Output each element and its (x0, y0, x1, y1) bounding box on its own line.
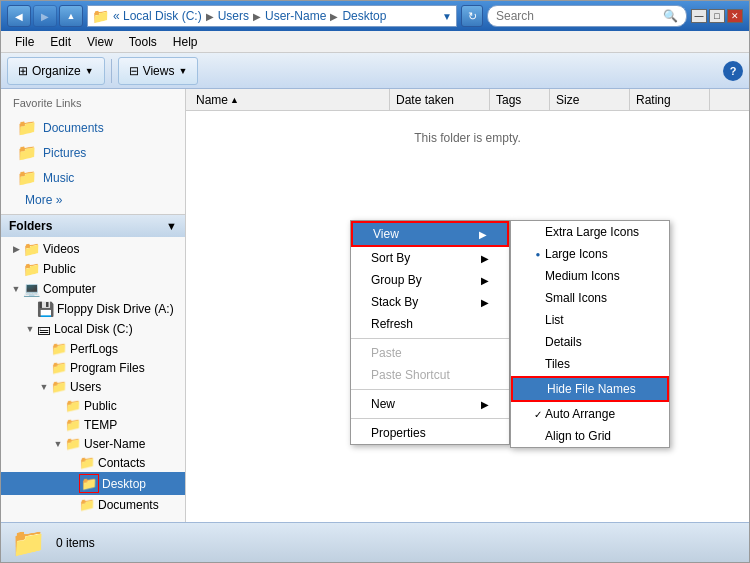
address-part-1[interactable]: « Local Disk (C:) (113, 9, 202, 23)
sub-list[interactable]: List (511, 309, 669, 331)
ctx-submenu-arrow: ▶ (481, 297, 489, 308)
tree-item-public[interactable]: 📁 Public (1, 259, 185, 279)
sub-hide-file-names[interactable]: Hide File Names (511, 376, 669, 402)
col-header-rating[interactable]: Rating (630, 89, 710, 110)
address-bar[interactable]: 📁 « Local Disk (C:) ▶ Users ▶ User-Name … (87, 5, 457, 27)
sub-details[interactable]: Details (511, 331, 669, 353)
menu-help[interactable]: Help (165, 33, 206, 51)
tree-item-floppy[interactable]: 💾 Floppy Disk Drive (A:) (1, 299, 185, 319)
view-submenu: Extra Large Icons ● Large Icons Medium I… (510, 220, 670, 448)
music-folder-icon: 📁 (17, 168, 37, 187)
ctx-new[interactable]: New ▶ (351, 393, 509, 415)
tree-item-temp[interactable]: 📁 TEMP (1, 415, 185, 434)
ctx-sortby[interactable]: Sort By ▶ (351, 247, 509, 269)
sub-auto-arrange[interactable]: ✓ Auto Arrange (511, 403, 669, 425)
expand-icon[interactable]: ▼ (51, 439, 65, 449)
ctx-new-label: New (371, 397, 395, 411)
menu-tools[interactable]: Tools (121, 33, 165, 51)
expand-icon[interactable]: ▼ (37, 382, 51, 392)
folders-collapse-icon[interactable]: ▼ (166, 220, 177, 232)
tree-item-contacts[interactable]: 📁 Contacts (1, 453, 185, 472)
organize-button[interactable]: ⊞ Organize ▼ (7, 57, 105, 85)
sub-align-to-grid[interactable]: Align to Grid (511, 425, 669, 447)
tree-item-computer[interactable]: ▼ 💻 Computer (1, 279, 185, 299)
address-part-4[interactable]: Desktop (342, 9, 386, 23)
column-headers: Name ▲ Date taken Tags Size Rating (186, 89, 749, 111)
empty-message: This folder is empty. (414, 131, 520, 145)
sub-tiles[interactable]: Tiles (511, 353, 669, 375)
address-part-3[interactable]: User-Name (265, 9, 326, 23)
ctx-groupby-label: Group By (371, 273, 422, 287)
perflogs-folder-icon: 📁 (51, 341, 67, 356)
tree-item-desktop[interactable]: 📁 Desktop (1, 472, 185, 495)
minimize-button[interactable]: — (691, 9, 707, 23)
ctx-stackby[interactable]: Stack By ▶ (351, 291, 509, 313)
search-input[interactable] (496, 9, 659, 23)
sidebar: Favorite Links 📁 Documents 📁 Pictures 📁 … (1, 89, 186, 522)
sidebar-item-documents[interactable]: 📁 Documents (13, 115, 185, 140)
refresh-button[interactable]: ↻ (461, 5, 483, 27)
ctx-groupby[interactable]: Group By ▶ (351, 269, 509, 291)
menu-view[interactable]: View (79, 33, 121, 51)
ctx-separator-2 (351, 389, 509, 390)
tree-item-documents2[interactable]: 📁 Documents (1, 495, 185, 514)
views-button[interactable]: ⊟ Views ▼ (118, 57, 199, 85)
ctx-view[interactable]: View ▶ (351, 221, 509, 247)
search-bar[interactable]: 🔍 (487, 5, 687, 27)
ctx-paste: Paste (351, 342, 509, 364)
ctx-refresh[interactable]: Refresh (351, 313, 509, 335)
address-part-2[interactable]: Users (218, 9, 249, 23)
ctx-properties[interactable]: Properties (351, 422, 509, 444)
sub-small-icons-label: Small Icons (545, 291, 607, 305)
tree-item-perflogs[interactable]: 📁 PerfLogs (1, 339, 185, 358)
expand-icon[interactable]: ▶ (9, 244, 23, 254)
tree-item-users[interactable]: ▼ 📁 Users (1, 377, 185, 396)
address-dropdown-icon[interactable]: ▼ (442, 11, 452, 22)
tree-item-videos[interactable]: ▶ 📁 Videos (1, 239, 185, 259)
menu-edit[interactable]: Edit (42, 33, 79, 51)
folders-header[interactable]: Folders ▼ (1, 215, 185, 237)
expand-icon[interactable]: ▼ (23, 324, 37, 334)
tree-label: Videos (43, 242, 79, 256)
tree-item-username[interactable]: ▼ 📁 User-Name (1, 434, 185, 453)
expand-icon[interactable]: ▼ (9, 284, 23, 294)
tree-item-public2[interactable]: 📁 Public (1, 396, 185, 415)
sidebar-item-pictures[interactable]: 📁 Pictures (13, 140, 185, 165)
col-header-size[interactable]: Size (550, 89, 630, 110)
favorite-links: Favorite Links 📁 Documents 📁 Pictures 📁 … (1, 89, 185, 214)
help-button[interactable]: ? (723, 61, 743, 81)
ctx-properties-label: Properties (371, 426, 426, 440)
tree-label: Computer (43, 282, 96, 296)
tree-item-localc[interactable]: ▼ 🖴 Local Disk (C:) (1, 319, 185, 339)
desktop-folder-icon: 📁 (79, 474, 99, 493)
sub-large-icons[interactable]: ● Large Icons (511, 243, 669, 265)
more-link[interactable]: More » (13, 190, 185, 210)
back-button[interactable]: ◀ (7, 5, 31, 27)
ctx-paste-shortcut-label: Paste Shortcut (371, 368, 450, 382)
contacts-folder-icon: 📁 (79, 455, 95, 470)
close-button[interactable]: ✕ (727, 9, 743, 23)
maximize-button[interactable]: □ (709, 9, 725, 23)
sub-details-label: Details (545, 335, 582, 349)
tree-item-programfiles[interactable]: 📁 Program Files (1, 358, 185, 377)
col-header-tags[interactable]: Tags (490, 89, 550, 110)
sub-extra-large[interactable]: Extra Large Icons (511, 221, 669, 243)
sort-icon: ▲ (230, 95, 239, 105)
status-count: 0 items (56, 536, 95, 550)
forward-button[interactable]: ▶ (33, 5, 57, 27)
username-folder-icon: 📁 (65, 436, 81, 451)
window-controls: — □ ✕ (691, 9, 743, 23)
sidebar-item-music[interactable]: 📁 Music (13, 165, 185, 190)
sub-small-icons[interactable]: Small Icons (511, 287, 669, 309)
pictures-label: Pictures (43, 146, 86, 160)
menu-file[interactable]: File (7, 33, 42, 51)
tree-label: Floppy Disk Drive (A:) (57, 302, 174, 316)
col-header-name[interactable]: Name ▲ (190, 89, 390, 110)
up-button[interactable]: ▲ (59, 5, 83, 27)
col-header-date[interactable]: Date taken (390, 89, 490, 110)
sub-medium-icons[interactable]: Medium Icons (511, 265, 669, 287)
menubar: File Edit View Tools Help (1, 31, 749, 53)
organize-label: Organize (32, 64, 81, 78)
ctx-submenu-arrow: ▶ (481, 253, 489, 264)
context-menu: View ▶ Sort By ▶ Group By ▶ Stack By ▶ R… (350, 220, 510, 445)
